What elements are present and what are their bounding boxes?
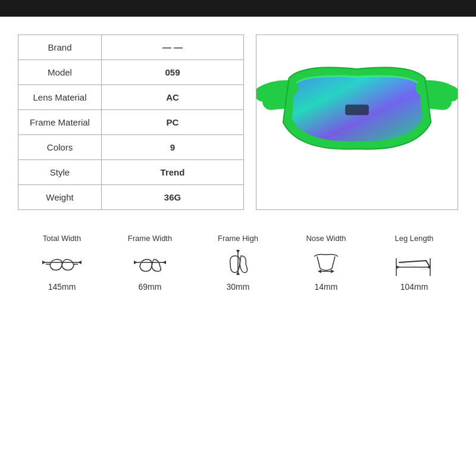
dimension-value: 30mm	[227, 282, 250, 292]
dimension-item: Leg Length 104mm	[370, 234, 458, 292]
frame-width-icon	[129, 248, 171, 277]
table-row: Frame MaterialPC	[18, 110, 244, 135]
row-value: 9	[102, 135, 244, 160]
dimension-item: Total Width 145mm	[18, 234, 106, 292]
dimension-label: Leg Length	[394, 234, 433, 243]
row-label: Frame Material	[18, 110, 102, 135]
dimension-label: Frame Width	[128, 234, 172, 243]
product-image	[256, 35, 458, 209]
row-label: Style	[18, 160, 102, 185]
svg-marker-19	[396, 265, 400, 269]
dimension-label: Frame High	[218, 234, 258, 243]
svg-marker-20	[427, 265, 430, 269]
leg-length-icon	[393, 248, 435, 277]
svg-rect-2	[345, 105, 369, 115]
frame-high-icon	[217, 248, 259, 277]
page-wrapper: Brand— —Model059Lens MaterialACFrame Mat…	[0, 0, 476, 476]
dimension-value: 145mm	[48, 282, 76, 292]
table-row: StyleTrend	[18, 160, 244, 185]
svg-marker-10	[236, 250, 240, 253]
info-table: Brand— —Model059Lens MaterialACFrame Mat…	[18, 35, 244, 210]
dimension-label: Total Width	[43, 234, 81, 243]
table-row: Brand— —	[18, 35, 244, 60]
row-label: Colors	[18, 135, 102, 160]
svg-marker-7	[134, 261, 137, 264]
dimension-item: Frame Width 69mm	[106, 234, 194, 292]
total-width-icon	[41, 248, 83, 277]
product-image-box	[256, 35, 458, 210]
svg-line-15	[399, 262, 429, 270]
table-row: Model059	[18, 60, 244, 85]
nose-width-icon	[305, 248, 347, 277]
row-value: 059	[102, 60, 244, 85]
dimension-value: 69mm	[139, 282, 162, 292]
table-row: Weight36G	[18, 185, 244, 210]
svg-marker-4	[42, 261, 46, 264]
row-value: PC	[102, 110, 244, 135]
row-label: Brand	[18, 35, 102, 60]
dimension-value: 14mm	[315, 282, 338, 292]
row-value: Trend	[102, 160, 244, 185]
table-row: Colors9	[18, 135, 244, 160]
svg-marker-14	[331, 270, 334, 273]
svg-marker-5	[78, 261, 82, 264]
row-label: Lens Material	[18, 85, 102, 110]
row-value: 36G	[102, 185, 244, 210]
main-content: Brand— —Model059Lens MaterialACFrame Mat…	[0, 17, 476, 222]
row-value: AC	[102, 85, 244, 110]
page-header	[0, 0, 476, 17]
dimensions-section: Total Width 145mmFrame Width 69mmFrame H…	[0, 222, 476, 303]
svg-marker-8	[162, 261, 166, 264]
dimension-value: 104mm	[400, 282, 428, 292]
table-row: Lens MaterialAC	[18, 85, 244, 110]
svg-marker-13	[318, 270, 321, 273]
dimension-item: Frame High 30mm	[194, 234, 282, 292]
dimension-item: Nose Width 14mm	[282, 234, 370, 292]
row-value: — —	[102, 35, 244, 60]
dimension-label: Nose Width	[306, 234, 346, 243]
row-label: Model	[18, 60, 102, 85]
row-label: Weight	[18, 185, 102, 210]
